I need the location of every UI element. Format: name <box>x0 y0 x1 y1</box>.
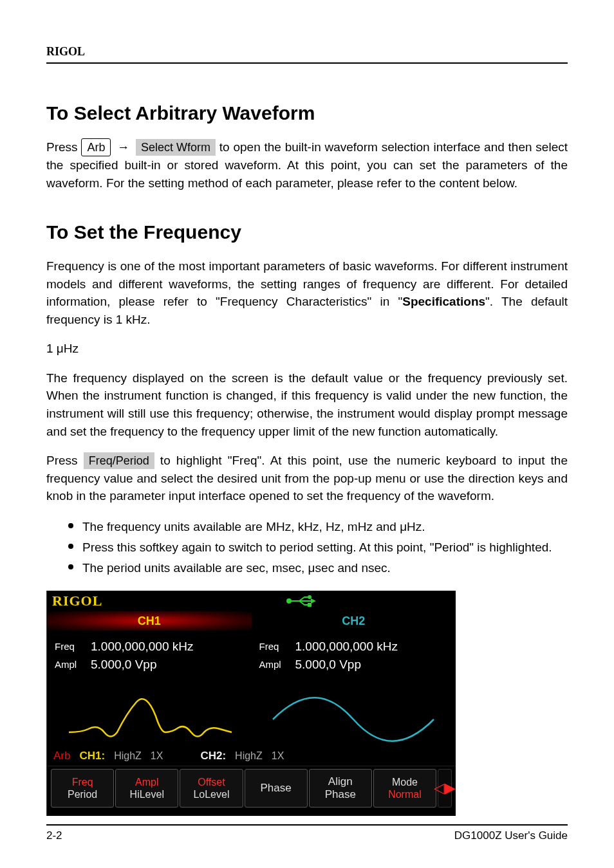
section-title: To Select Arbitrary Waveform <box>46 102 568 124</box>
ch1-waveform <box>47 692 252 746</box>
bullet-list: The frequency units available are MHz, k… <box>68 517 568 579</box>
freq-resolution: 1 μHz <box>46 340 568 358</box>
status-ch2-atten: 1X <box>272 750 284 762</box>
softkey-label: Align <box>328 775 353 788</box>
softkey-label: HiLevel <box>130 788 164 800</box>
ch1-freq-value: 1.000,000,000 kHz <box>91 640 194 654</box>
ch2-readouts: Freq1.000,000,000 kHz Ampl5.000,0 Vpp <box>252 631 456 692</box>
ch2-ampl-label: Ampl <box>259 658 295 672</box>
svg-point-3 <box>308 596 311 598</box>
ch1-ampl-value: 5.000,0 Vpp <box>91 658 156 672</box>
softkey-label: Freq <box>72 776 93 788</box>
select-wform-softkey: Select Wform <box>136 139 216 156</box>
softkey-label: Normal <box>388 788 422 800</box>
softkey-label: Offset <box>198 776 225 788</box>
device-screenshot: RIGOL CH1 CH2 Freq1.000,000,000 kHz <box>46 591 456 816</box>
intro-paragraph: Press Arb → Select Wform to open the bui… <box>46 138 568 192</box>
ch1-ampl-label: Ampl <box>55 658 91 672</box>
softkey-nav-arrow[interactable]: ◁▶ <box>438 769 452 808</box>
doc-title: DG1000Z User's Guide <box>454 829 568 842</box>
status-arb: Arb <box>53 750 70 762</box>
ch2-ampl-value: 5.000,0 Vpp <box>295 658 361 672</box>
softkey-label: LoLevel <box>193 788 229 800</box>
list-item: The frequency units available are MHz, k… <box>68 517 568 537</box>
subsection-title: To Set the Frequency <box>46 221 568 243</box>
device-logo: RIGOL <box>52 593 102 609</box>
ch1-freq-label: Freq <box>55 640 91 654</box>
page-header-brand: RIGOL <box>46 45 568 64</box>
text: Press <box>46 454 84 467</box>
softkey-label: Mode <box>392 776 418 788</box>
svg-point-0 <box>287 599 291 603</box>
softkey-offset-lolevel[interactable]: Offset LoLevel <box>180 769 243 808</box>
softkey-freq-period[interactable]: Freq Period <box>51 769 114 808</box>
freq-paragraph-3: Press Freq/Period to highlight "Freq". A… <box>46 452 568 505</box>
status-ch1-impedance: HighZ <box>114 750 142 762</box>
softkey-label: Phase <box>261 782 292 795</box>
status-bar: Arb CH1: HighZ 1X CH2: HighZ 1X <box>47 746 456 766</box>
ch2-freq-label: Freq <box>259 640 295 654</box>
status-ch1: CH1: <box>79 750 105 762</box>
softkey-label: Phase <box>325 788 356 801</box>
softkey-row: Freq Period Ampl HiLevel Offset LoLevel … <box>47 766 456 811</box>
softkey-mode[interactable]: Mode Normal <box>373 769 436 808</box>
list-item: The period units available are sec, msec… <box>68 558 568 578</box>
status-ch2: CH2: <box>200 750 226 762</box>
ch2-waveform <box>252 692 456 746</box>
softkey-ampl-hilevel[interactable]: Ampl HiLevel <box>115 769 178 808</box>
freq-paragraph-1: Frequency is one of the most important p… <box>46 257 568 328</box>
status-ch1-atten: 1X <box>151 750 163 762</box>
arrow-icon: → <box>115 138 132 156</box>
text: Press <box>46 140 81 154</box>
ch2-freq-value: 1.000,000,000 kHz <box>295 640 398 654</box>
status-ch2-impedance: HighZ <box>235 750 263 762</box>
softkey-phase[interactable]: Phase <box>245 769 308 808</box>
ch2-tab[interactable]: CH2 <box>252 611 456 631</box>
softkey-align-phase[interactable]: Align Phase <box>309 769 372 808</box>
specifications-link: Specifications <box>402 295 485 308</box>
softkey-label: Period <box>68 788 97 800</box>
svg-marker-2 <box>311 598 316 604</box>
page-footer: 2-2 DG1000Z User's Guide <box>46 824 568 842</box>
ch1-readouts: Freq1.000,000,000 kHz Ampl5.000,0 Vpp <box>47 631 252 692</box>
list-item: Press this softkey again to switch to pe… <box>68 537 568 558</box>
softkey-label: Ampl <box>135 776 158 788</box>
freq-paragraph-2: The frequency displayed on the screen is… <box>46 369 568 440</box>
svg-rect-4 <box>308 604 311 606</box>
page-number: 2-2 <box>46 829 62 842</box>
freq-period-softkey: Freq/Period <box>84 452 154 469</box>
ch1-tab[interactable]: CH1 <box>47 611 252 631</box>
arb-key: Arb <box>81 138 111 156</box>
usb-icon <box>285 595 316 607</box>
